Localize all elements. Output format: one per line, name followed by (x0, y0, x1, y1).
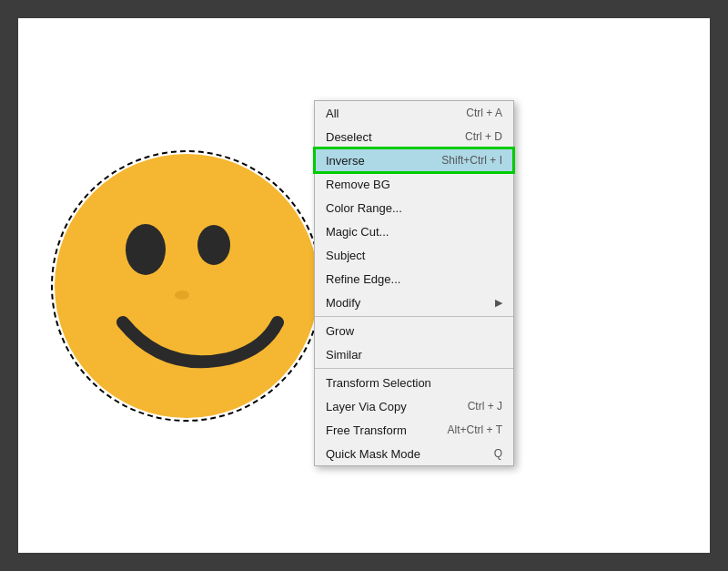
menu-item-label: Subject (326, 249, 365, 262)
menu-item-label: Similar (326, 348, 362, 362)
menu-item-transform-selection[interactable]: Transform Selection (315, 371, 513, 394)
menu-item-modify[interactable]: Modify▶ (315, 291, 513, 314)
menu-item-free-transform[interactable]: Free TransformAlt+Ctrl + T (315, 418, 513, 442)
menu-item-shortcut: Ctrl + D (465, 130, 502, 143)
menu-divider (315, 368, 513, 369)
menu-item-label: Free Transform (326, 423, 407, 437)
submenu-arrow-icon: ▶ (495, 297, 502, 309)
menu-item-label: All (326, 107, 339, 120)
menu-item-label: Layer Via Copy (326, 400, 407, 413)
menu-item-shortcut: Shift+Ctrl + I (441, 154, 502, 167)
menu-item-quick-mask[interactable]: Quick Mask ModeQ (315, 442, 513, 465)
menu-item-label: Deselect (326, 130, 372, 144)
menu-item-label: Modify (326, 296, 360, 310)
menu-item-color-range[interactable]: Color Range... (315, 196, 513, 219)
menu-item-shortcut: Alt+Ctrl + T (448, 423, 502, 436)
menu-item-all[interactable]: AllCtrl + A (315, 101, 513, 125)
smiley-image (46, 145, 328, 427)
svg-point-3 (197, 225, 230, 265)
menu-item-shortcut: Ctrl + J (468, 400, 502, 413)
menu-item-shortcut: Q (494, 447, 502, 460)
menu-item-label: Transform Selection (326, 376, 431, 390)
svg-point-1 (55, 154, 318, 418)
menu-item-inverse[interactable]: InverseShift+Ctrl + I (315, 148, 513, 172)
svg-point-4 (175, 291, 189, 300)
menu-item-label: Magic Cut... (326, 225, 389, 239)
menu-item-deselect[interactable]: DeselectCtrl + D (315, 125, 513, 148)
menu-item-refine-edge[interactable]: Refine Edge... (315, 267, 513, 291)
menu-item-similar[interactable]: Similar (315, 342, 513, 366)
menu-item-label: Inverse (326, 154, 365, 168)
menu-item-label: Quick Mask Mode (326, 447, 420, 461)
menu-item-label: Grow (326, 324, 354, 338)
menu-item-magic-cut[interactable]: Magic Cut... (315, 219, 513, 243)
menu-item-grow[interactable]: Grow (315, 319, 513, 342)
menu-item-label: Color Range... (326, 201, 402, 215)
context-menu: AllCtrl + ADeselectCtrl + DInverseShift+… (314, 100, 514, 466)
menu-item-label: Refine Edge... (326, 272, 400, 286)
svg-point-2 (126, 224, 166, 275)
menu-divider (315, 316, 513, 317)
menu-item-layer-via-copy[interactable]: Layer Via CopyCtrl + J (315, 394, 513, 418)
menu-item-shortcut: Ctrl + A (466, 107, 502, 119)
menu-item-remove-bg[interactable]: Remove BG (315, 172, 513, 196)
menu-item-subject[interactable]: Subject (315, 243, 513, 267)
menu-item-label: Remove BG (326, 178, 390, 191)
